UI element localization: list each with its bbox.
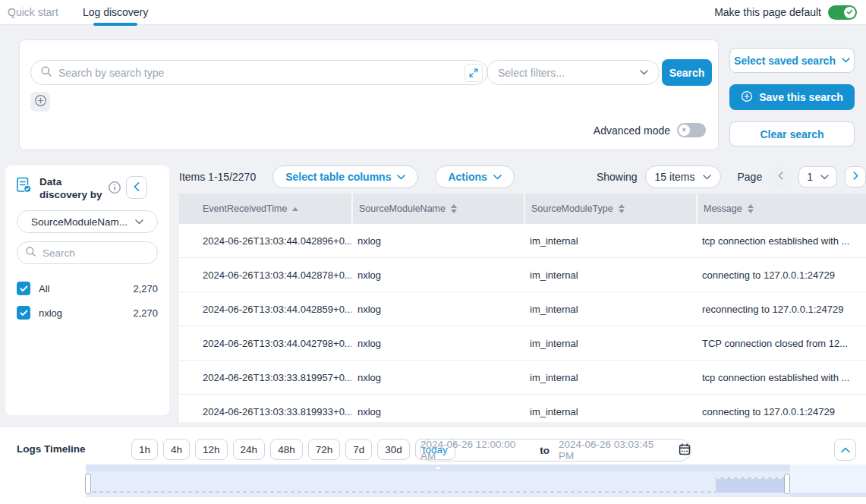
range-button-30d[interactable]: 30d — [377, 439, 410, 460]
chevron-up-icon — [841, 444, 850, 455]
cell-message: connecting to 127.0.0.1:24729 — [696, 258, 866, 291]
table-row[interactable]: 2024-06-26T13:03:44.042896+0... nxlog im… — [179, 224, 866, 258]
cell-message: reconnecting to 127.0.0.1:24729 — [696, 292, 866, 326]
timeline-date-range-picker[interactable]: 2024-06-26 12:00:00 AM to 2024-06-26 03:… — [420, 439, 691, 461]
column-header-eventreceivedtime[interactable]: EventReceivedTime — [179, 194, 351, 224]
range-button-12h[interactable]: 12h — [195, 439, 228, 460]
prev-page-button[interactable] — [770, 166, 791, 187]
actions-button[interactable]: Actions — [435, 165, 514, 188]
timeline-band — [86, 465, 866, 497]
cell-module: nxlog — [351, 361, 524, 394]
chevron-right-icon — [853, 172, 858, 182]
table-row[interactable]: 2024-06-26T13:03:44.042878+0... nxlog im… — [179, 258, 866, 292]
sidebar-title: Data discovery by — [39, 176, 106, 202]
advanced-mode-toggle[interactable]: × — [677, 123, 706, 137]
range-button-72h[interactable]: 72h — [308, 439, 341, 460]
advanced-mode-label: Advanced mode — [594, 124, 670, 137]
range-button-4h[interactable]: 4h — [163, 439, 190, 460]
chevron-left-icon — [778, 172, 783, 182]
chevron-down-icon — [493, 175, 502, 180]
chevron-down-icon — [820, 175, 829, 180]
table-header-row: EventReceivedTime SourceModuleName Sourc… — [179, 194, 866, 224]
list-item-all[interactable]: All 2,270 — [17, 276, 158, 301]
cell-time: 2024-06-26T13:03:44.042859+0... — [179, 292, 351, 326]
column-header-sourcemodulename[interactable]: SourceModuleName — [351, 194, 524, 224]
data-discovery-icon — [15, 176, 33, 197]
cell-message: TCP connection closed from 12... — [696, 326, 866, 360]
discovery-field-select[interactable]: SourceModuleNam... — [17, 210, 158, 233]
cell-time: 2024-06-26T13:03:33.819933+0... — [179, 395, 351, 422]
column-label: Message — [704, 203, 742, 214]
data-discovery-sidebar: Data discovery by SourceModuleNam... — [5, 165, 169, 415]
chevron-down-icon — [397, 175, 405, 180]
select-saved-search-button[interactable]: Select saved search — [729, 48, 855, 73]
cell-time: 2024-06-26T13:03:44.042798+0... — [179, 326, 351, 360]
brush-grip-icon — [436, 467, 440, 469]
timeline-title: Logs Timeline — [17, 443, 86, 455]
next-page-button[interactable] — [845, 166, 866, 187]
select-table-columns-button[interactable]: Select table columns — [272, 165, 418, 188]
timeline-left-handle[interactable] — [85, 474, 91, 494]
chevron-down-icon — [842, 58, 850, 63]
save-this-search-button[interactable]: Save this search — [729, 84, 855, 110]
range-button-7d[interactable]: 7d — [345, 439, 372, 460]
search-input-wrapper — [30, 60, 488, 85]
timeline-selection-region[interactable] — [86, 465, 790, 497]
calendar-icon — [679, 443, 691, 458]
make-default-label: Make this page default — [714, 6, 821, 18]
cell-module: nxlog — [351, 258, 524, 291]
info-icon[interactable] — [108, 181, 121, 197]
collapse-icon — [134, 182, 140, 194]
search-button[interactable]: Search — [662, 59, 712, 86]
tab-log-discovery[interactable]: Log discovery — [83, 0, 148, 24]
timeline-collapse-button[interactable] — [834, 439, 856, 461]
range-button-48h[interactable]: 48h — [270, 439, 303, 460]
close-icon: × — [679, 124, 690, 136]
cell-message: tcp connection established with ... — [696, 224, 866, 257]
table-row[interactable]: 2024-06-26T13:03:44.042798+0... nxlog im… — [179, 326, 866, 361]
tab-quick-start[interactable]: Quick start — [8, 0, 58, 24]
column-label: EventReceivedTime — [203, 203, 287, 214]
cell-module: nxlog — [351, 224, 524, 257]
range-button-24h[interactable]: 24h — [233, 439, 266, 460]
add-circle-icon — [34, 94, 47, 109]
cell-type: im_internal — [524, 361, 696, 394]
table-row[interactable]: 2024-06-26T13:03:33.819957+0... nxlog im… — [179, 361, 866, 395]
expand-icon[interactable] — [464, 64, 483, 82]
select-saved-search-label: Select saved search — [734, 55, 836, 67]
add-search-row-button[interactable] — [30, 92, 50, 112]
column-header-message[interactable]: Message — [696, 194, 866, 224]
checkbox-checked[interactable] — [17, 282, 30, 295]
cell-type: im_internal — [524, 258, 696, 291]
item-count: 2,270 — [133, 283, 158, 295]
cell-type: im_internal — [524, 326, 696, 360]
sidebar-collapse-button[interactable] — [126, 176, 147, 199]
table-row[interactable]: 2024-06-26T13:03:33.819933+0... nxlog im… — [179, 395, 866, 422]
timeline-range-buttons: 1h 4h 12h 24h 48h 72h 7d 30d today — [131, 439, 455, 460]
column-label: SourceModuleType — [531, 203, 613, 214]
list-item-nxlog[interactable]: nxlog 2,270 — [17, 301, 158, 325]
page-label: Page — [738, 171, 763, 183]
filters-select[interactable]: Select filters... — [487, 60, 660, 85]
search-panel: Select filters... Search Advanced mode × — [19, 39, 719, 150]
clear-search-button[interactable]: Clear search — [729, 121, 855, 146]
timeline-right-handle[interactable] — [784, 474, 790, 494]
sidebar-search-input[interactable] — [43, 247, 150, 259]
column-header-sourcemoduletype[interactable]: SourceModuleType — [524, 194, 696, 224]
cell-message: tcp connection established with ... — [696, 361, 866, 394]
range-button-1h[interactable]: 1h — [131, 439, 158, 460]
checkbox-checked[interactable] — [17, 306, 30, 320]
page-number-select[interactable]: 1 — [798, 166, 837, 187]
search-icon — [40, 65, 52, 80]
page-size-select[interactable]: 15 items — [645, 165, 721, 188]
add-circle-icon — [741, 90, 753, 105]
cell-type: im_internal — [524, 395, 696, 422]
top-tab-bar: Quick start Log discovery Make this page… — [0, 0, 866, 25]
sort-icon — [619, 204, 625, 213]
make-default-toggle[interactable] — [828, 5, 857, 20]
logs-timeline-panel: Logs Timeline 1h 4h 12h 24h 48h 72h 7d 3… — [0, 427, 866, 504]
page-size-value: 15 items — [655, 171, 695, 183]
showing-label: Showing — [597, 171, 638, 183]
search-input[interactable] — [58, 67, 458, 79]
table-row[interactable]: 2024-06-26T13:03:44.042859+0... nxlog im… — [179, 292, 866, 326]
